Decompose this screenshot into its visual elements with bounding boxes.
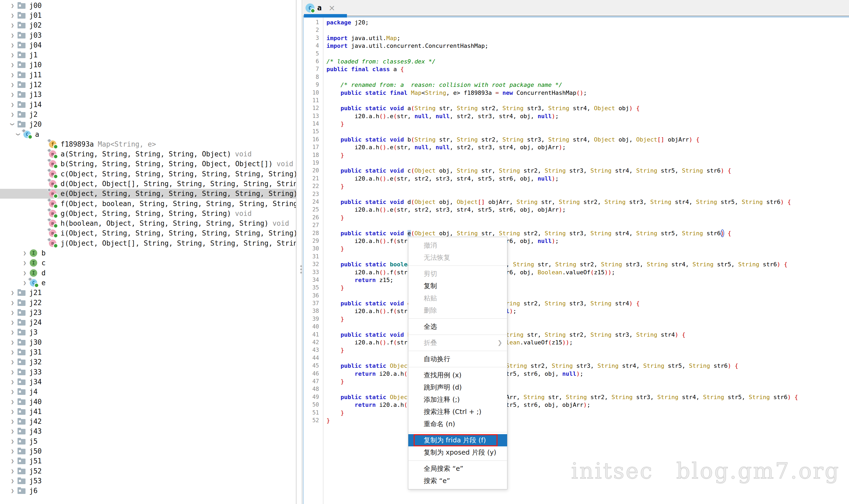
code-line-39[interactable]: 39 } xyxy=(304,315,849,323)
tree-item-j21[interactable]: ❯j21 xyxy=(0,288,296,298)
code-line-48[interactable]: 48 xyxy=(304,385,849,393)
tree-item-i[interactable]: mi(Object, String, String, String, Strin… xyxy=(0,228,296,238)
code-line-12[interactable]: 12 public static void a(String str, Stri… xyxy=(304,104,849,112)
menu-item-word-wrap[interactable]: 自动换行 xyxy=(408,353,507,365)
chevron-right-icon[interactable]: ❯ xyxy=(8,389,17,395)
chevron-right-icon[interactable]: ❯ xyxy=(8,438,17,445)
code-line-8[interactable]: 8 xyxy=(304,73,849,81)
chevron-right-icon[interactable]: ❯ xyxy=(8,91,17,98)
code-line-11[interactable]: 11 xyxy=(304,97,849,104)
code-line-19[interactable]: 19 xyxy=(304,159,849,167)
package-tree[interactable]: ❯j00❯j01❯j02❯j03❯j04❯j1❯j10❯j11❯j12❯j13❯… xyxy=(0,0,296,504)
chevron-right-icon[interactable]: ❯ xyxy=(8,428,17,434)
tree-item-j43[interactable]: ❯j43 xyxy=(0,427,296,436)
menu-item-copy-as-frida[interactable]: 复制为 frida 片段 (f) xyxy=(408,434,507,446)
code-line-22[interactable]: 22 } xyxy=(304,182,849,190)
code-line-26[interactable]: 26 } xyxy=(304,214,849,221)
code-line-37[interactable]: 37 public static void g(Object obj, Stri… xyxy=(304,300,849,307)
tree-item-c[interactable]: mc(Object, String, String, String, Strin… xyxy=(0,169,296,179)
code-line-34[interactable]: 34 return z15; xyxy=(304,276,849,284)
code-line-18[interactable]: 18 } xyxy=(304,151,849,159)
code-line-45[interactable]: 45 public static Object i(Object obj, St… xyxy=(304,362,849,370)
chevron-right-icon[interactable]: ❯ xyxy=(8,478,17,484)
code-line-46[interactable]: 46 return i20.a.h().g(str, str2, str3, s… xyxy=(304,370,849,378)
menu-item-add-comment[interactable]: 添加注释 (;) xyxy=(408,394,507,406)
tree-item-d[interactable]: ❯Id xyxy=(0,268,296,278)
tree-item-f[interactable]: mf(Object, boolean, String, String, Stri… xyxy=(0,199,296,209)
splitter[interactable] xyxy=(302,0,302,504)
menu-item-go-to-declaration[interactable]: 跳到声明 (d) xyxy=(408,381,507,394)
chevron-right-icon[interactable]: ❯ xyxy=(8,468,17,474)
tree-item-j1[interactable]: ❯j1 xyxy=(0,50,296,60)
code-line-43[interactable]: 43 } xyxy=(304,346,849,354)
code-line-42[interactable]: 42 i20.a.h().f(str, str2, str3, str4, ob… xyxy=(304,339,849,346)
code-line-2[interactable]: 2 xyxy=(304,26,849,34)
tree-item-j01[interactable]: ❯j01 xyxy=(0,10,296,20)
code-line-28[interactable]: 28 public static void e(Object obj, Stri… xyxy=(304,230,849,237)
tree-item-j14[interactable]: ❯j14 xyxy=(0,100,296,109)
tree-item-j40[interactable]: ❯j40 xyxy=(0,397,296,407)
tree-item-j4[interactable]: ❯j4 xyxy=(0,387,296,397)
chevron-right-icon[interactable]: ❯ xyxy=(8,319,17,326)
menu-item-global-search[interactable]: 全局搜索 “e” xyxy=(408,463,507,475)
code-line-9[interactable]: 9 /* renamed from: a reason: collision w… xyxy=(304,81,849,89)
code-line-35[interactable]: 35 } xyxy=(304,284,849,291)
code-line-25[interactable]: 25 i20.a.h().e(str, str2, str3, str4, st… xyxy=(304,206,849,214)
tree-item-j5[interactable]: ❯j5 xyxy=(0,436,296,446)
code-line-31[interactable]: 31 xyxy=(304,253,849,260)
menu-item-find-usages[interactable]: 查找用例 (x) xyxy=(408,369,507,381)
tree-item-g[interactable]: mg(Object, String, String, String, Strin… xyxy=(0,209,296,218)
chevron-right-icon[interactable]: ❯ xyxy=(8,359,17,365)
tree-item-j42[interactable]: ❯j42 xyxy=(0,416,296,426)
tree-item-j2[interactable]: ❯j2 xyxy=(0,109,296,119)
close-icon[interactable]: × xyxy=(329,3,335,13)
chevron-right-icon[interactable]: ❯ xyxy=(8,42,17,48)
code-line-16[interactable]: 16 public static void b(String str, Stri… xyxy=(304,136,849,143)
chevron-right-icon[interactable]: ❯ xyxy=(8,458,17,464)
menu-item-copy[interactable]: 复制 xyxy=(408,280,507,292)
tree-item-d[interactable]: md(Object, Object[], String, String, Str… xyxy=(0,179,296,188)
code-line-20[interactable]: 20 public static void c(Object obj, Stri… xyxy=(304,167,849,175)
code-line-6[interactable]: 6/* loaded from: classes9.dex */ xyxy=(304,58,849,65)
tree-item-j03[interactable]: ❯j03 xyxy=(0,30,296,40)
tree-item-a[interactable]: ❯Ca xyxy=(0,129,296,139)
chevron-right-icon[interactable]: ❯ xyxy=(8,409,17,415)
tree-item-b[interactable]: ❯Ib xyxy=(0,248,296,258)
code-line-14[interactable]: 14 } xyxy=(304,120,849,128)
tree-item-j32[interactable]: ❯j32 xyxy=(0,357,296,367)
tree-item-j52[interactable]: ❯j52 xyxy=(0,466,296,476)
tree-item-h[interactable]: mh(boolean, Object, String, String, Stri… xyxy=(0,218,296,228)
chevron-right-icon[interactable]: ❯ xyxy=(8,329,17,336)
chevron-right-icon[interactable]: ❯ xyxy=(20,280,29,286)
code-line-15[interactable]: 15 xyxy=(304,128,849,136)
chevron-right-icon[interactable]: ❯ xyxy=(8,349,17,355)
chevron-down-icon[interactable]: ❯ xyxy=(9,120,16,129)
tab-class-a[interactable]: C a × xyxy=(305,2,335,14)
code-line-36[interactable]: 36 xyxy=(304,292,849,300)
code-line-51[interactable]: 51 } xyxy=(304,409,849,417)
chevron-right-icon[interactable]: ❯ xyxy=(8,32,17,38)
tree-item-j24[interactable]: ❯j24 xyxy=(0,318,296,327)
tree-item-j20[interactable]: ❯j20 xyxy=(0,120,296,129)
code-line-3[interactable]: 3import java.util.Map; xyxy=(304,34,849,42)
tree-item-j13[interactable]: ❯j13 xyxy=(0,90,296,100)
tree-item-j50[interactable]: ❯j50 xyxy=(0,446,296,456)
menu-item-select-all[interactable]: 全选 xyxy=(408,321,507,333)
tree-item-j30[interactable]: ❯j30 xyxy=(0,337,296,347)
tree-item-j11[interactable]: ❯j11 xyxy=(0,70,296,80)
chevron-right-icon[interactable]: ❯ xyxy=(8,82,17,88)
tree-item-j3[interactable]: ❯j3 xyxy=(0,327,296,337)
code-line-33[interactable]: 33 i20.a.h().f(str, str2, str3, str4, st… xyxy=(304,268,849,276)
code-line-5[interactable]: 5 xyxy=(304,50,849,58)
tree-item-j10[interactable]: ❯j10 xyxy=(0,60,296,70)
chevron-right-icon[interactable]: ❯ xyxy=(8,300,17,306)
chevron-right-icon[interactable]: ❯ xyxy=(8,369,17,375)
tree-item-j51[interactable]: ❯j51 xyxy=(0,456,296,466)
tree-item-j[interactable]: mj(Object, Object[], String, String, Str… xyxy=(0,238,296,248)
chevron-right-icon[interactable]: ❯ xyxy=(8,448,17,454)
code-line-41[interactable]: 41 public static void h(boolean z15, Obj… xyxy=(304,331,849,339)
code-line-38[interactable]: 38 i20.a.h().f(str, str2, str3, str4, ob… xyxy=(304,307,849,315)
chevron-right-icon[interactable]: ❯ xyxy=(8,111,17,118)
tree-item-c[interactable]: ❯Ic xyxy=(0,258,296,268)
chevron-right-icon[interactable]: ❯ xyxy=(20,250,29,256)
